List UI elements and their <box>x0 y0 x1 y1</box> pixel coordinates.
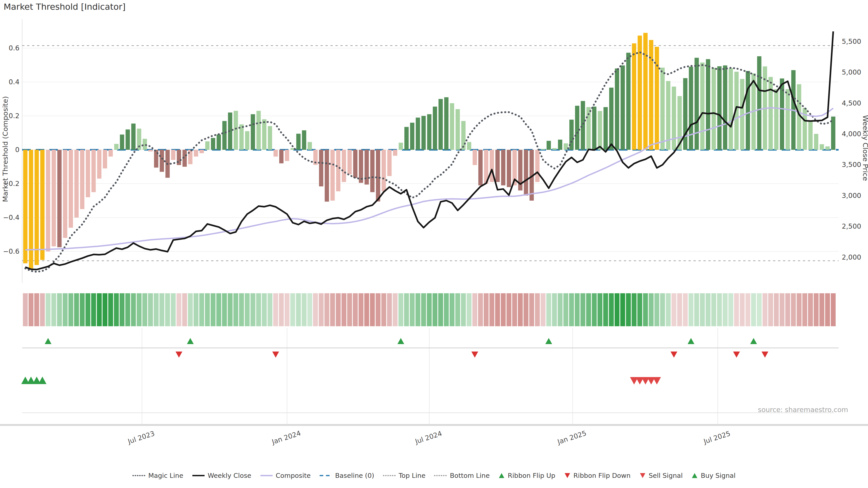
threshold-bar <box>438 99 443 150</box>
ribbon-cell <box>74 293 79 326</box>
ribbon-cell <box>80 293 85 326</box>
threshold-bar <box>416 118 420 150</box>
legend-label: Top Line <box>399 472 426 480</box>
threshold-bar <box>729 68 733 150</box>
ribbon-cell <box>745 293 750 326</box>
threshold-bar <box>256 111 261 150</box>
legend-label: Baseline (0) <box>335 472 374 480</box>
threshold-bar <box>285 150 289 161</box>
threshold-bar <box>194 150 198 157</box>
ribbon-cell <box>825 293 830 326</box>
threshold-bar <box>541 149 545 150</box>
ribbon-strip <box>23 293 836 326</box>
legend-item-magic-line[interactable]: Magic Line <box>132 472 183 480</box>
legend-item-composite[interactable]: Composite <box>260 472 311 480</box>
ribbon-cell <box>370 293 375 326</box>
ribbon-cell <box>228 293 232 326</box>
legend-label: Sell Signal <box>649 472 683 480</box>
ribbon-cell <box>512 293 517 326</box>
legend-item-weekly-close[interactable]: Weekly Close <box>192 472 251 480</box>
ribbon-cell <box>273 293 278 326</box>
ribbon-cell <box>455 293 460 326</box>
threshold-bar <box>495 150 500 182</box>
ribbon-cell <box>290 293 295 326</box>
threshold-bar <box>826 147 830 150</box>
ribbon-cell <box>125 293 130 326</box>
ribbon-cell <box>188 293 193 326</box>
threshold-bar <box>268 126 272 150</box>
ribbon-cell <box>421 293 426 326</box>
ribbon-cell <box>387 293 392 326</box>
legend-item-ribbon-flip-down[interactable]: Ribbon Flip Down <box>564 472 631 480</box>
ribbon-cell <box>285 293 289 326</box>
threshold-bar <box>433 107 437 150</box>
ribbon-cell <box>427 293 432 326</box>
ribbon-cell <box>506 293 512 326</box>
left-axis-title: Market Threshold (Composite) <box>1 96 9 202</box>
right-axis-title: Weekly Close Price <box>862 115 868 181</box>
threshold-bar <box>97 150 101 179</box>
ribbon-cell <box>46 293 51 326</box>
line-style-icon <box>319 473 332 479</box>
ribbon-cell <box>615 293 620 326</box>
ribbon-cell <box>216 293 221 326</box>
legend-item-bottom-line[interactable]: Bottom Line <box>434 472 490 480</box>
threshold-bar <box>780 78 784 150</box>
ribbon-cell <box>262 293 267 326</box>
threshold-bar <box>308 142 312 150</box>
threshold-bar <box>501 150 505 186</box>
threshold-bar <box>114 144 119 150</box>
legend-item-ribbon-flip-up[interactable]: Ribbon Flip Up <box>498 472 555 480</box>
legend-label: Weekly Close <box>208 472 251 480</box>
ribbon-cell <box>171 293 176 326</box>
ribbon-cell <box>324 293 329 326</box>
right-axis-tick: 3,000 <box>842 192 861 199</box>
ribbon-cell <box>410 293 415 326</box>
legend-item-buy-signal[interactable]: Buy Signal <box>691 472 736 480</box>
threshold-bar <box>626 53 631 150</box>
ribbon-cell <box>444 293 449 326</box>
indicator-page: Market Threshold [Indicator] 0.60.40.20−… <box>0 0 868 488</box>
ribbon-cell <box>68 293 73 326</box>
ribbon-cell <box>751 293 756 326</box>
ribbon-cell <box>791 293 796 326</box>
threshold-bar <box>108 150 113 157</box>
threshold-bar <box>171 150 176 160</box>
ribbon-cell <box>91 293 96 326</box>
ribbon-flip-up-marker <box>546 338 552 344</box>
threshold-bar <box>672 87 676 150</box>
legend-item-sell-signal[interactable]: Sell Signal <box>639 472 683 480</box>
threshold-bar <box>274 150 278 157</box>
line-style-icon <box>132 473 146 479</box>
threshold-bar <box>808 121 813 150</box>
threshold-bar <box>598 111 602 150</box>
legend-item-top-line[interactable]: Top Line <box>383 472 426 480</box>
threshold-bar <box>353 150 358 178</box>
ribbon-cell <box>603 293 608 326</box>
threshold-bar <box>524 150 528 196</box>
ribbon-cell <box>381 293 386 326</box>
ribbon-cell <box>40 293 45 326</box>
threshold-bar <box>393 150 397 156</box>
market-threshold-chart[interactable]: 0.60.40.20−0.2−0.4−0.65,5005,0004,5004,0… <box>0 0 868 488</box>
ribbon-cell <box>399 293 403 326</box>
threshold-bar <box>234 111 238 150</box>
triangle-down-icon <box>564 473 571 479</box>
line-style-icon <box>192 473 205 479</box>
ribbon-cell <box>347 293 352 326</box>
threshold-bar <box>620 66 625 150</box>
ribbon-flip-down-marker <box>272 352 279 358</box>
legend-label: Ribbon Flip Up <box>508 472 555 480</box>
threshold-bar <box>694 58 699 150</box>
threshold-bar <box>723 66 727 150</box>
threshold-bar <box>700 63 705 150</box>
ribbon-cell <box>467 293 472 326</box>
threshold-bar <box>643 33 648 150</box>
ribbon-cell <box>643 293 648 326</box>
ribbon-flip-up-marker <box>187 338 194 344</box>
ribbon-cell <box>728 293 733 326</box>
legend-item-baseline-0-[interactable]: Baseline (0) <box>319 472 374 480</box>
ribbon-cell <box>234 293 239 326</box>
ribbon-cell <box>688 293 693 326</box>
x-axis-labels: Jul 2023Jan 2024Jul 2024Jan 2025Jul 2025 <box>126 429 731 446</box>
